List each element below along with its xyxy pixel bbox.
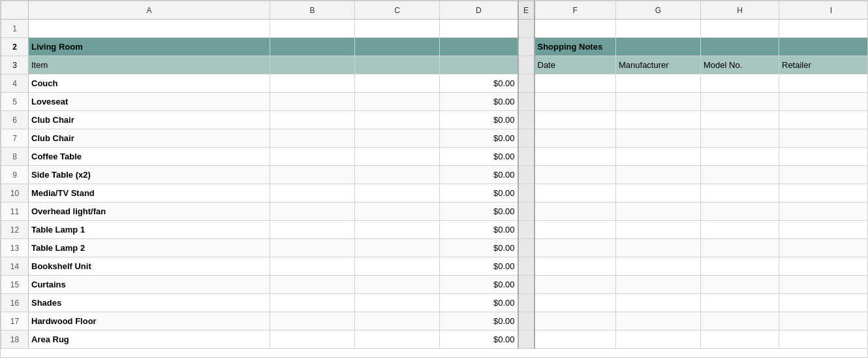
cell-h[interactable] (701, 257, 779, 276)
cell-g[interactable] (616, 276, 701, 294)
cell-i[interactable] (779, 184, 869, 203)
table-row[interactable]: 2Living RoomShopping Notes (1, 38, 869, 56)
cell-d[interactable] (440, 38, 518, 56)
cell-i[interactable] (779, 38, 869, 56)
cell-c[interactable] (355, 148, 440, 166)
cell-i[interactable] (779, 239, 869, 257)
cell-f[interactable] (535, 257, 616, 276)
table-row[interactable]: 8Coffee Table$0.00 (1, 148, 869, 166)
cell-b[interactable] (270, 312, 355, 331)
cell-i[interactable] (779, 148, 869, 166)
cell-g[interactable] (616, 203, 701, 221)
cell-a[interactable]: Club Chair (29, 111, 270, 129)
cell-b[interactable] (270, 56, 355, 74)
cell-b[interactable] (270, 221, 355, 239)
cell-c[interactable] (355, 166, 440, 184)
cell-d[interactable]: $0.00 (440, 93, 518, 111)
cell-a[interactable]: Shades (29, 294, 270, 312)
cell-a[interactable]: Media/TV Stand (29, 184, 270, 203)
cell-f[interactable] (535, 166, 616, 184)
table-row[interactable]: 4Couch$0.00 (1, 74, 869, 93)
cell-g[interactable] (616, 148, 701, 166)
cell-c[interactable] (355, 276, 440, 294)
cell-a[interactable]: Bookshelf Unit (29, 257, 270, 276)
cell-d[interactable]: $0.00 (440, 184, 518, 203)
cell-i[interactable] (779, 203, 869, 221)
cell-f[interactable] (535, 111, 616, 129)
table-row[interactable]: 3ItemDateManufacturerModel No.Retailer (1, 56, 869, 74)
cell-h[interactable] (701, 312, 779, 331)
cell-g[interactable] (616, 294, 701, 312)
cell-a[interactable]: Loveseat (29, 93, 270, 111)
cell-i[interactable] (779, 74, 869, 93)
table-row[interactable]: 17Hardwood Floor$0.00 (1, 312, 869, 331)
cell-c[interactable] (355, 20, 440, 38)
cell-h[interactable] (701, 294, 779, 312)
cell-i[interactable] (779, 276, 869, 294)
cell-b[interactable] (270, 148, 355, 166)
cell-a[interactable]: Couch (29, 74, 270, 93)
cell-i[interactable] (779, 312, 869, 331)
cell-i[interactable]: Retailer (779, 56, 869, 74)
cell-f[interactable] (535, 184, 616, 203)
table-row[interactable]: 6Club Chair$0.00 (1, 111, 869, 129)
cell-h[interactable] (701, 239, 779, 257)
cell-f[interactable] (535, 221, 616, 239)
cell-i[interactable] (779, 93, 869, 111)
cell-i[interactable] (779, 111, 869, 129)
cell-b[interactable] (270, 20, 355, 38)
cell-b[interactable] (270, 166, 355, 184)
cell-a[interactable]: Item (29, 56, 270, 74)
table-row[interactable]: 10Media/TV Stand$0.00 (1, 184, 869, 203)
cell-d[interactable]: $0.00 (440, 203, 518, 221)
cell-i[interactable] (779, 331, 869, 349)
cell-h[interactable] (701, 166, 779, 184)
cell-g[interactable] (616, 221, 701, 239)
cell-b[interactable] (270, 74, 355, 93)
cell-b[interactable] (270, 203, 355, 221)
cell-h[interactable] (701, 129, 779, 148)
cell-h[interactable] (701, 93, 779, 111)
cell-g[interactable] (616, 257, 701, 276)
cell-h[interactable] (701, 331, 779, 349)
cell-h[interactable] (701, 111, 779, 129)
cell-f[interactable]: Date (535, 56, 616, 74)
cell-d[interactable]: $0.00 (440, 239, 518, 257)
cell-b[interactable] (270, 38, 355, 56)
cell-b[interactable] (270, 129, 355, 148)
cell-i[interactable] (779, 129, 869, 148)
cell-f[interactable] (535, 74, 616, 93)
cell-d[interactable]: $0.00 (440, 331, 518, 349)
cell-f[interactable] (535, 129, 616, 148)
cell-a[interactable] (29, 20, 270, 38)
cell-f[interactable] (535, 312, 616, 331)
cell-h[interactable] (701, 20, 779, 38)
cell-f[interactable] (535, 331, 616, 349)
cell-b[interactable] (270, 331, 355, 349)
cell-i[interactable] (779, 166, 869, 184)
table-row[interactable]: 11Overhead light/fan$0.00 (1, 203, 869, 221)
cell-d[interactable]: $0.00 (440, 221, 518, 239)
cell-h[interactable] (701, 276, 779, 294)
cell-f[interactable] (535, 276, 616, 294)
cell-d[interactable]: $0.00 (440, 276, 518, 294)
cell-c[interactable] (355, 221, 440, 239)
cell-g[interactable]: Manufacturer (616, 56, 701, 74)
cell-g[interactable] (616, 166, 701, 184)
cell-i[interactable] (779, 257, 869, 276)
cell-h[interactable] (701, 184, 779, 203)
cell-b[interactable] (270, 93, 355, 111)
cell-c[interactable] (355, 294, 440, 312)
cell-g[interactable] (616, 74, 701, 93)
cell-c[interactable] (355, 184, 440, 203)
cell-d[interactable]: $0.00 (440, 74, 518, 93)
cell-g[interactable] (616, 38, 701, 56)
cell-d[interactable]: $0.00 (440, 111, 518, 129)
cell-b[interactable] (270, 257, 355, 276)
cell-c[interactable] (355, 111, 440, 129)
cell-g[interactable] (616, 20, 701, 38)
cell-d[interactable]: $0.00 (440, 257, 518, 276)
cell-c[interactable] (355, 74, 440, 93)
cell-g[interactable] (616, 129, 701, 148)
cell-d[interactable] (440, 20, 518, 38)
